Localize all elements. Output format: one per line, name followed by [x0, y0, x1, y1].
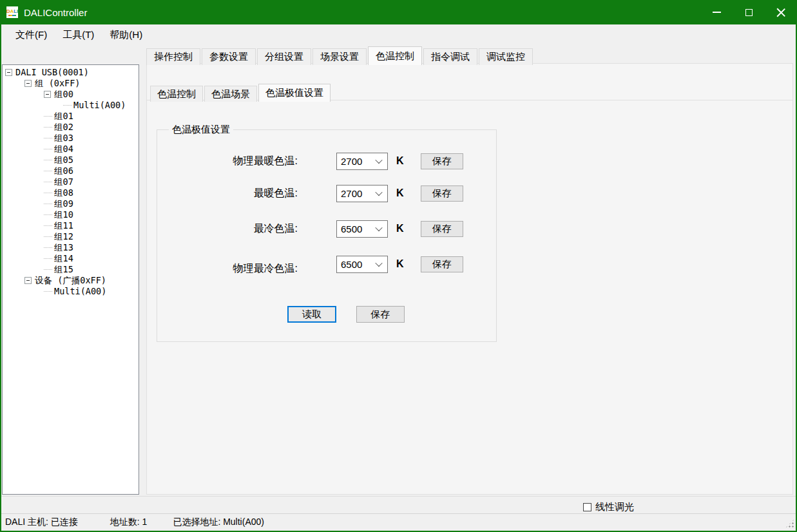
tree-item-label: 组06 — [54, 166, 73, 176]
tree-connector — [44, 236, 52, 237]
menu-item[interactable]: 文件(F) — [8, 26, 55, 44]
save-all-button[interactable]: 保存 — [356, 306, 405, 323]
menu-item-label: 文件(F) — [15, 29, 47, 40]
tree-item[interactable]: 组 (0xFF) — [3, 78, 139, 89]
tree-item[interactable]: Multi(A00) — [3, 100, 139, 111]
tree-connector — [44, 149, 52, 149]
main-tab[interactable]: 场景设置 — [312, 48, 367, 65]
status-address-count: 地址数: 1 — [110, 517, 148, 528]
tree-item-label: 组11 — [54, 220, 73, 231]
tree-item[interactable]: 组02 — [3, 122, 139, 133]
warmest-combobox[interactable]: 2700 — [336, 185, 388, 202]
tree-item[interactable]: 组10 — [3, 209, 139, 220]
tree-item-label: 组08 — [54, 187, 73, 198]
menu-item[interactable]: 工具(T) — [55, 26, 102, 44]
minimize-icon — [713, 12, 721, 13]
tree-collapse-icon[interactable] — [24, 80, 32, 87]
tree-connector — [44, 116, 52, 117]
linear-dimming-checkbox[interactable] — [583, 503, 591, 511]
groupbox-actions: 读取 保存 — [287, 306, 405, 323]
tree-connector — [44, 182, 52, 182]
maximize-icon — [745, 9, 753, 16]
physical-warmest-combobox[interactable]: 2700 — [336, 153, 388, 170]
main-tab-label: 分组设置 — [265, 51, 303, 63]
menu-item[interactable]: 帮助(H) — [102, 26, 150, 44]
chevron-down-icon — [375, 189, 382, 196]
unit-label: K — [396, 187, 405, 199]
close-icon — [777, 8, 785, 17]
ct-extremes-groupbox: 色温极值设置 物理最暖色温: 2700 K 保存 最暖色温: 2700 K 保存 — [157, 129, 497, 342]
tree-collapse-icon[interactable] — [5, 69, 12, 76]
tree-item[interactable]: 组00 — [3, 89, 139, 100]
tree-item-label: 组 (0xFF) — [35, 78, 80, 89]
status-selected-address: 已选择地址: Multi(A00) — [173, 517, 264, 528]
maximize-button[interactable] — [733, 0, 765, 24]
unit-label: K — [396, 258, 405, 270]
tree-item[interactable]: 组05 — [3, 155, 139, 166]
tree-item-label: 组12 — [54, 231, 73, 242]
linear-dimming-option[interactable]: 线性调光 — [583, 501, 634, 513]
app-window: DALI DALIController 文件(F)工具(T)帮助(H) 操作控制… — [0, 0, 797, 532]
tree-item[interactable]: 组14 — [3, 253, 139, 264]
save-button[interactable]: 保存 — [421, 256, 463, 272]
tree-item-label: 组03 — [54, 133, 73, 144]
tree-collapse-icon[interactable] — [24, 277, 32, 284]
main-tab[interactable]: 指令调试 — [423, 48, 477, 65]
menu-item-label: 帮助(H) — [110, 29, 142, 40]
tree-item[interactable]: 组15 — [3, 264, 139, 275]
save-button[interactable]: 保存 — [421, 221, 463, 237]
tree-item[interactable]: 组07 — [3, 176, 139, 187]
tree-item[interactable]: 组04 — [3, 144, 139, 155]
menu-item-label: 工具(T) — [62, 29, 94, 40]
tree-item[interactable]: 组09 — [3, 198, 139, 209]
main-tab-label: 场景设置 — [320, 51, 359, 63]
main-tab[interactable]: 调试监控 — [479, 48, 533, 65]
close-button[interactable] — [765, 0, 797, 24]
tree-item[interactable]: 组08 — [3, 187, 139, 198]
ct-row-warmest: 最暖色温: 2700 K 保存 — [157, 184, 496, 203]
tree-item[interactable]: 组06 — [3, 166, 139, 176]
main-tab[interactable]: 操作控制 — [146, 48, 200, 65]
tab-page-color-temperature: 色温控制色温场景色温极值设置 色温极值设置 物理最暖色温: 2700 K 保存 … — [146, 63, 793, 495]
device-tree-panel: DALI USB(0001) 组 (0xFF) 组00 Multi(A00) 组… — [2, 64, 139, 495]
tree-item[interactable]: Multi(A00) — [3, 286, 139, 297]
main-tab-label: 色温控制 — [376, 50, 414, 62]
tree-item[interactable]: 组11 — [3, 220, 139, 231]
tree-item-label: 组05 — [54, 155, 73, 166]
coolest-combobox[interactable]: 6500 — [336, 220, 388, 238]
tree-item[interactable]: DALI USB(0001) — [3, 67, 139, 78]
sub-tab-label: 色温场景 — [211, 88, 250, 100]
tree-item[interactable]: 组01 — [3, 111, 139, 122]
physical-coolest-combobox[interactable]: 6500 — [336, 256, 388, 273]
read-button[interactable]: 读取 — [287, 306, 336, 323]
tree-collapse-icon[interactable] — [44, 91, 51, 98]
sub-tab[interactable]: 色温场景 — [204, 86, 257, 102]
tree-item[interactable]: 组13 — [3, 242, 139, 253]
sub-tab-label: 色温极值设置 — [265, 87, 323, 99]
main-tab[interactable]: 分组设置 — [257, 48, 311, 65]
app-icon: DALI — [6, 6, 18, 18]
tree-connector — [44, 291, 52, 292]
tree-item[interactable]: 组12 — [3, 231, 139, 242]
save-button[interactable]: 保存 — [421, 153, 463, 169]
combo-value: 6500 — [337, 259, 376, 270]
tree-item[interactable]: 组03 — [3, 133, 139, 144]
tree-item[interactable]: 设备 (广播0xFF) — [3, 275, 139, 286]
combo-value: 2700 — [337, 156, 376, 167]
sub-tab[interactable]: 色温极值设置 — [258, 84, 331, 102]
sub-tab[interactable]: 色温控制 — [150, 86, 203, 102]
ct-row-coolest: 最冷色温: 6500 K 保存 — [157, 219, 496, 238]
save-button[interactable]: 保存 — [421, 185, 463, 202]
main-tab[interactable]: 色温控制 — [368, 46, 422, 65]
sub-tab-label: 色温控制 — [157, 88, 196, 100]
row-label: 最暖色温: — [157, 187, 298, 200]
resize-grip-icon[interactable] — [785, 519, 794, 528]
tree-connector — [44, 269, 52, 270]
tree-item-label: 组15 — [54, 264, 73, 275]
tree-connector — [44, 193, 52, 193]
main-tabstrip: 操作控制参数设置分组设置场景设置色温控制指令调试调试监控 — [146, 46, 534, 65]
tree-item-label: Multi(A00) — [73, 100, 126, 111]
sub-tabstrip: 色温控制色温场景色温极值设置 — [150, 84, 332, 102]
minimize-button[interactable] — [700, 0, 733, 24]
main-tab[interactable]: 参数设置 — [202, 48, 256, 65]
